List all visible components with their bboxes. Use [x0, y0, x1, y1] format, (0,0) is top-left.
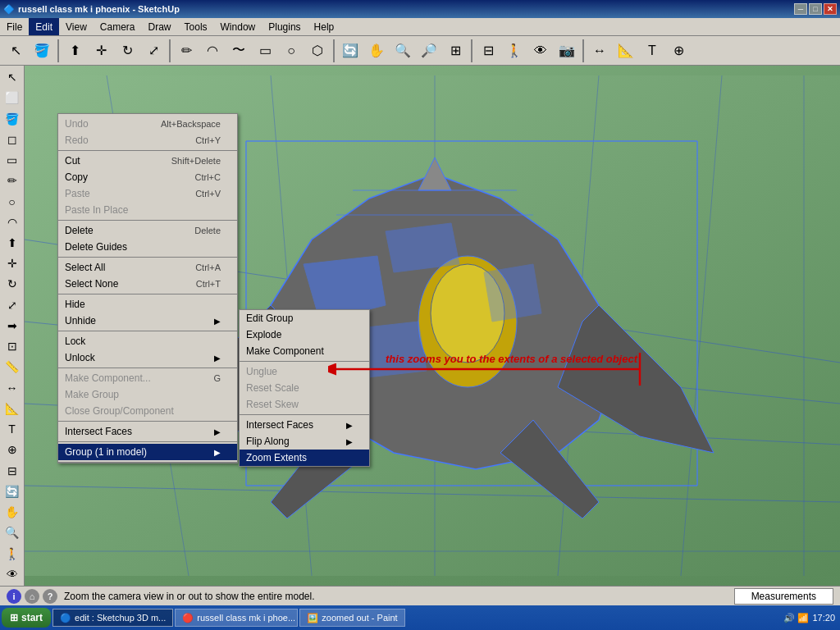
left-tool-erase[interactable]: ◻: [2, 130, 23, 149]
menu-unhide[interactable]: Unhide ▶: [58, 313, 237, 329]
tool-push-pull[interactable]: ⬆: [62, 39, 87, 63]
canvas-area[interactable]: Undo Alt+Backspace Redo Ctrl+Y Cut Shift…: [25, 66, 840, 586]
menu-close-group[interactable]: Close Group/Component: [58, 403, 237, 419]
maximize-button[interactable]: □: [809, 3, 822, 15]
menu-file[interactable]: File: [0, 18, 29, 35]
tool-scale[interactable]: ⤢: [141, 39, 166, 63]
menu-edit[interactable]: Edit: [29, 18, 59, 35]
tool-polygon[interactable]: ⬡: [305, 39, 330, 63]
menu-draw[interactable]: Draw: [142, 18, 178, 35]
menu-lock[interactable]: Lock: [58, 333, 237, 349]
left-tool-section[interactable]: ⊟: [2, 460, 23, 480]
menu-delete[interactable]: Delete Delete: [58, 222, 237, 239]
tool-pan[interactable]: ✋: [364, 39, 389, 63]
tool-arc[interactable]: ◠: [200, 39, 225, 63]
close-button[interactable]: ✕: [824, 3, 837, 15]
taskbar-russell[interactable]: 🔴 russell class mk i phoe...: [175, 609, 298, 627]
tool-look-around[interactable]: 👁: [528, 39, 553, 63]
menu-paste[interactable]: Paste Ctrl+V: [58, 185, 237, 202]
left-tool-select[interactable]: ↖: [2, 67, 23, 87]
menu-select-all[interactable]: Select All Ctrl+A: [58, 259, 237, 276]
submenu-reset-skew[interactable]: Reset Skew: [240, 396, 369, 413]
left-tool-text[interactable]: T: [2, 419, 23, 439]
tool-zoom-extents[interactable]: ⊞: [443, 39, 468, 63]
tool-orbit[interactable]: 🔄: [338, 39, 363, 63]
titlebar: 🔷 russell class mk i phoenix - SketchUp …: [0, 0, 840, 18]
statusbar: i ⌂ ? Zoom the camera view in or out to …: [0, 586, 840, 605]
tool-line[interactable]: ✏: [174, 39, 199, 63]
start-button[interactable]: ⊞ start: [2, 608, 51, 628]
left-tool-orbit[interactable]: 🔄: [2, 482, 23, 501]
left-tool-rotate[interactable]: ↻: [2, 274, 23, 294]
taskbar-paint[interactable]: 🖼️ zoomed out - Paint: [299, 609, 404, 627]
left-tool-offset[interactable]: ⊡: [2, 336, 23, 356]
tool-dimension[interactable]: ↔: [587, 39, 612, 63]
left-tool-pan[interactable]: ✋: [2, 502, 23, 522]
tool-move[interactable]: ✛: [89, 39, 113, 63]
minimize-button[interactable]: ─: [794, 3, 807, 15]
tool-text[interactable]: T: [640, 39, 664, 63]
status-info-icon[interactable]: i: [7, 589, 21, 604]
menu-unlock[interactable]: Unlock ▶: [58, 349, 237, 366]
tool-paint[interactable]: 🪣: [30, 39, 54, 63]
left-tool-line[interactable]: ✏: [2, 171, 23, 190]
menu-delete-guides[interactable]: Delete Guides: [58, 239, 237, 255]
menu-group-1-in-model[interactable]: Group (1 in model) ▶: [58, 444, 237, 460]
left-tool-move[interactable]: ✛: [2, 253, 23, 273]
menu-hide[interactable]: Hide: [58, 296, 237, 313]
menu-help[interactable]: Help: [308, 18, 341, 35]
taskbar-tray-icons: 🔊 📶: [783, 613, 809, 623]
menu-paste-in-place[interactable]: Paste In Place: [58, 202, 237, 218]
menu-make-group[interactable]: Make Group: [58, 386, 237, 403]
tool-rotate[interactable]: ↻: [115, 39, 139, 63]
left-tool-axes[interactable]: ⊕: [2, 440, 23, 459]
status-home-icon[interactable]: ⌂: [25, 589, 39, 604]
tool-position-camera[interactable]: 📷: [555, 39, 579, 63]
tool-select[interactable]: ↖: [3, 39, 28, 63]
menu-redo[interactable]: Redo Ctrl+Y: [58, 132, 237, 148]
left-tool-paint[interactable]: 🪣: [2, 108, 23, 128]
menu-window[interactable]: Window: [214, 18, 262, 35]
menu-view[interactable]: View: [59, 18, 94, 35]
tool-circle[interactable]: ○: [279, 39, 304, 63]
left-tool-dimension[interactable]: ↔: [2, 378, 23, 398]
menu-make-component[interactable]: Make Component... G: [58, 370, 237, 386]
menu-intersect-faces[interactable]: Intersect Faces ▶: [58, 423, 237, 440]
menu-section-lock: Lock Unlock ▶: [58, 331, 237, 368]
left-tool-zoom[interactable]: 🔍: [2, 523, 23, 542]
menu-copy[interactable]: Copy Ctrl+C: [58, 169, 237, 185]
tool-freehand[interactable]: 〜: [226, 39, 251, 63]
left-tool-circle[interactable]: ○: [2, 191, 23, 211]
menu-cut[interactable]: Cut Shift+Delete: [58, 153, 237, 169]
left-tool-arc[interactable]: ◠: [2, 212, 23, 232]
left-tool-scale[interactable]: ⤢: [2, 295, 23, 315]
left-tool-tape[interactable]: 📏: [2, 357, 23, 377]
menu-undo[interactable]: Undo Alt+Backspace: [58, 116, 237, 132]
submenu-explode[interactable]: Explode: [240, 326, 369, 343]
left-tool-component[interactable]: ⬜: [2, 88, 23, 107]
left-tool-followme[interactable]: ➡: [2, 316, 23, 336]
tool-axes[interactable]: ⊕: [666, 39, 691, 63]
tool-walk[interactable]: 🚶: [502, 39, 527, 63]
toolbar-separator-5: [582, 39, 584, 62]
menu-tools[interactable]: Tools: [178, 18, 214, 35]
tool-zoom[interactable]: 🔍: [390, 39, 415, 63]
tool-zoom-window[interactable]: 🔎: [417, 39, 441, 63]
submenu-zoom-extents[interactable]: Zoom Extents: [240, 450, 369, 466]
submenu-intersect-faces[interactable]: Intersect Faces ▶: [240, 417, 369, 433]
taskbar-sketchup[interactable]: 🔵 edit : Sketchup 3D m...: [52, 609, 173, 627]
menu-plugins[interactable]: Plugins: [262, 18, 307, 35]
left-tool-pushpull[interactable]: ⬆: [2, 233, 23, 253]
tool-section-plane[interactable]: ⊟: [476, 39, 500, 63]
menu-camera[interactable]: Camera: [94, 18, 142, 35]
submenu-flip-along[interactable]: Flip Along ▶: [240, 433, 369, 450]
left-tool-rectangle[interactable]: ▭: [2, 150, 23, 170]
menu-select-none[interactable]: Select None Ctrl+T: [58, 276, 237, 292]
status-help-icon[interactable]: ?: [43, 589, 57, 604]
left-tool-lookaround[interactable]: 👁: [2, 564, 23, 584]
tool-rectangle[interactable]: ▭: [253, 39, 277, 63]
left-tool-walk[interactable]: 🚶: [2, 543, 23, 563]
left-tool-protractor[interactable]: 📐: [2, 399, 23, 418]
tool-protractor[interactable]: 📐: [614, 39, 638, 63]
submenu-edit-group[interactable]: Edit Group: [240, 310, 369, 326]
